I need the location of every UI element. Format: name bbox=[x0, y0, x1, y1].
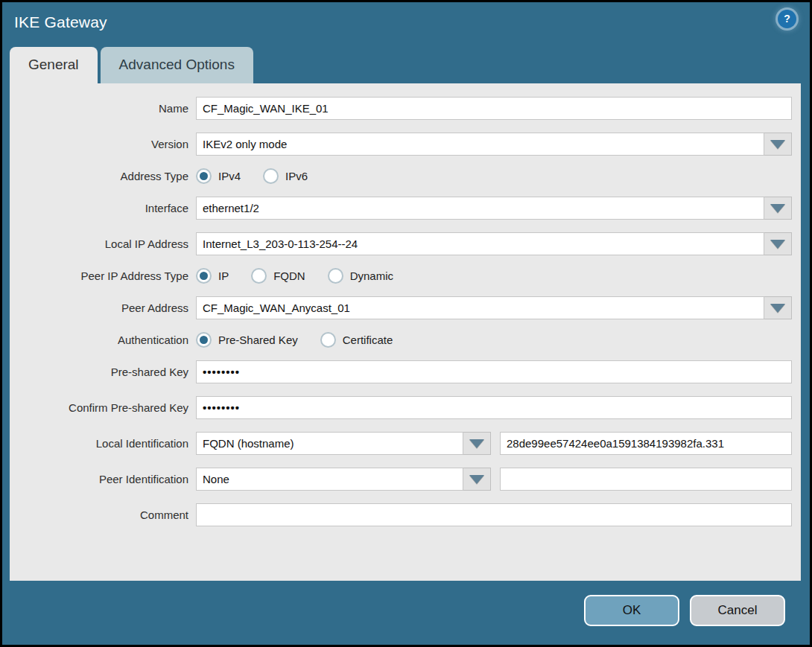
radio-ipv6[interactable] bbox=[263, 168, 279, 184]
version-label: Version bbox=[10, 138, 196, 150]
version-input[interactable] bbox=[196, 133, 764, 156]
peer-identification-dropdown-button[interactable] bbox=[463, 468, 491, 491]
peer-identification-type-input[interactable] bbox=[196, 468, 463, 491]
chevron-down-icon bbox=[770, 140, 785, 149]
row-confirm-pre-shared-key: Confirm Pre-shared Key bbox=[10, 396, 792, 419]
local-ip-address-input[interactable] bbox=[196, 232, 764, 255]
row-address-type: Address Type IPv4 IPv6 bbox=[10, 168, 792, 184]
tab-general[interactable]: General bbox=[10, 47, 98, 83]
chevron-down-icon bbox=[469, 439, 484, 448]
address-type-radio-group: IPv4 IPv6 bbox=[196, 168, 792, 184]
comment-label: Comment bbox=[10, 509, 196, 521]
radio-certificate[interactable] bbox=[320, 332, 336, 348]
chevron-down-icon bbox=[770, 204, 785, 213]
authentication-label: Authentication bbox=[10, 334, 196, 346]
version-combobox bbox=[196, 133, 792, 156]
peer-identification-label: Peer Identification bbox=[10, 473, 196, 485]
radio-ipv4-label: IPv4 bbox=[218, 170, 241, 182]
row-comment: Comment bbox=[10, 503, 792, 526]
dialog-footer: OK Cancel bbox=[2, 581, 810, 645]
interface-input[interactable] bbox=[196, 197, 764, 220]
local-identification-label: Local Identification bbox=[10, 437, 196, 450]
local-ip-address-dropdown-button[interactable] bbox=[764, 232, 792, 255]
authentication-radio-group: Pre-Shared Key Certificate bbox=[196, 332, 792, 348]
radio-pre-shared-key[interactable] bbox=[196, 332, 212, 348]
radio-ipv6-label: IPv6 bbox=[285, 170, 308, 182]
row-peer-address: Peer Address bbox=[10, 296, 792, 319]
peer-address-label: Peer Address bbox=[10, 302, 196, 314]
local-identification-dropdown-button[interactable] bbox=[463, 432, 491, 455]
dialog-titlebar: IKE Gateway ? bbox=[2, 2, 810, 47]
help-icon[interactable]: ? bbox=[778, 10, 796, 28]
peer-ip-address-type-label: Peer IP Address Type bbox=[10, 270, 196, 282]
address-type-label: Address Type bbox=[10, 170, 196, 182]
radio-dynamic-label: Dynamic bbox=[350, 270, 393, 282]
interface-dropdown-button[interactable] bbox=[764, 197, 792, 220]
dialog-title: IKE Gateway bbox=[14, 13, 796, 31]
peer-address-input[interactable] bbox=[196, 296, 764, 319]
row-peer-identification: Peer Identification bbox=[10, 468, 792, 491]
radio-ip-label: IP bbox=[218, 270, 229, 282]
row-interface: Interface bbox=[10, 197, 792, 220]
local-ip-address-label: Local IP Address bbox=[10, 238, 196, 250]
chevron-down-icon bbox=[770, 240, 785, 249]
name-input[interactable] bbox=[196, 97, 792, 120]
local-identification-value-input[interactable] bbox=[500, 432, 792, 455]
row-local-ip-address: Local IP Address bbox=[10, 232, 792, 255]
row-version: Version bbox=[10, 133, 792, 156]
radio-ipv4[interactable] bbox=[196, 168, 212, 184]
peer-identification-type-combobox bbox=[196, 468, 491, 491]
radio-fqdn[interactable] bbox=[251, 268, 267, 284]
name-label: Name bbox=[10, 102, 196, 115]
version-dropdown-button[interactable] bbox=[764, 133, 792, 156]
local-identification-type-combobox bbox=[196, 432, 491, 455]
comment-input[interactable] bbox=[196, 503, 792, 526]
row-authentication: Authentication Pre-Shared Key Certificat… bbox=[10, 332, 792, 348]
row-pre-shared-key: Pre-shared Key bbox=[10, 360, 792, 383]
peer-ip-type-radio-group: IP FQDN Dynamic bbox=[196, 268, 792, 284]
radio-certificate-label: Certificate bbox=[343, 334, 393, 346]
local-identification-type-input[interactable] bbox=[196, 432, 463, 455]
pre-shared-key-input[interactable] bbox=[196, 360, 792, 383]
radio-pre-shared-key-label: Pre-Shared Key bbox=[218, 334, 298, 346]
interface-combobox bbox=[196, 197, 792, 220]
radio-fqdn-label: FQDN bbox=[273, 270, 305, 282]
row-local-identification: Local Identification bbox=[10, 432, 792, 455]
row-peer-ip-address-type: Peer IP Address Type IP FQDN Dynamic bbox=[10, 268, 792, 284]
radio-dynamic[interactable] bbox=[328, 268, 343, 284]
peer-address-combobox bbox=[196, 296, 792, 319]
pre-shared-key-label: Pre-shared Key bbox=[10, 366, 196, 378]
ike-gateway-dialog: IKE Gateway ? General Advanced Options N… bbox=[0, 0, 812, 647]
peer-address-dropdown-button[interactable] bbox=[764, 296, 792, 319]
confirm-pre-shared-key-input[interactable] bbox=[196, 396, 792, 419]
chevron-down-icon bbox=[770, 304, 785, 313]
general-tab-panel: Name Version Address Type IPv4 bbox=[10, 83, 801, 581]
row-name: Name bbox=[10, 97, 792, 120]
radio-ip[interactable] bbox=[196, 268, 212, 284]
chevron-down-icon bbox=[469, 475, 484, 484]
ok-button[interactable]: OK bbox=[584, 595, 679, 626]
cancel-button[interactable]: Cancel bbox=[690, 595, 785, 626]
interface-label: Interface bbox=[10, 202, 196, 214]
tab-bar: General Advanced Options bbox=[2, 47, 810, 83]
confirm-pre-shared-key-label: Confirm Pre-shared Key bbox=[10, 401, 196, 414]
local-ip-address-combobox bbox=[196, 232, 792, 255]
tab-advanced-options[interactable]: Advanced Options bbox=[101, 47, 253, 83]
peer-identification-value-input[interactable] bbox=[500, 468, 792, 491]
